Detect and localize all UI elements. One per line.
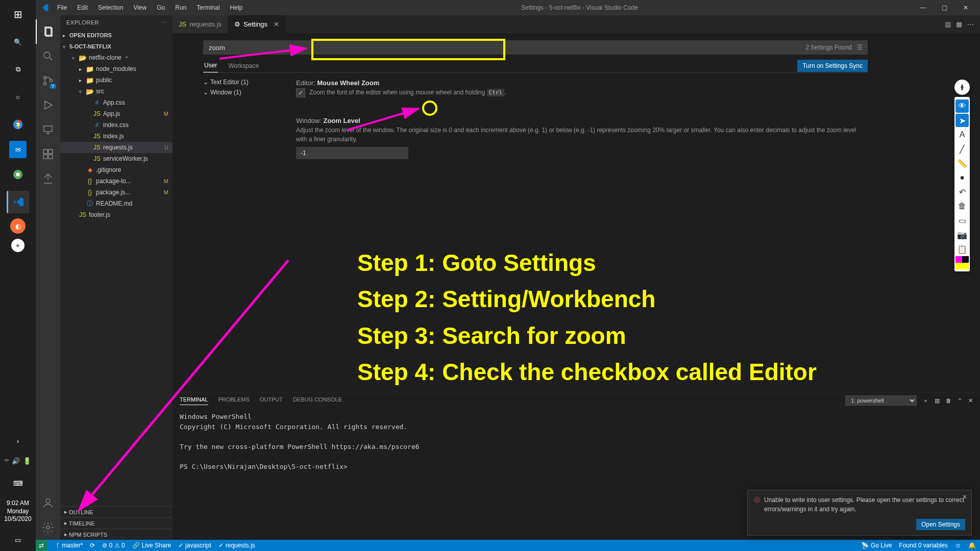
sync-status[interactable]: ⟳ — [90, 542, 95, 549]
kill-terminal-icon[interactable]: 🗑 — [946, 397, 951, 404]
cortana-icon[interactable]: ○ — [7, 86, 29, 108]
menu-go[interactable]: Go — [153, 2, 169, 13]
keyboard-icon[interactable]: ⌨ — [7, 472, 29, 494]
vscode-icon[interactable] — [7, 191, 29, 213]
go-live-button[interactable]: 📡 Go Live — [861, 542, 892, 549]
toast-close-icon[interactable]: ✕ — [962, 493, 967, 500]
open-settings-button[interactable]: Open Settings — [916, 519, 965, 530]
filter-icon[interactable]: ☰ — [857, 44, 863, 51]
tree-item[interactable]: JSindex.js — [60, 131, 173, 142]
variables-status[interactable]: Found 0 variables — [899, 542, 947, 549]
tree-item[interactable]: #App.css — [60, 97, 173, 108]
settings-sync-button[interactable]: Turn on Settings Sync — [797, 60, 868, 72]
panel-tab-problems[interactable]: PROBLEMS — [218, 396, 250, 405]
chrome-icon[interactable] — [7, 113, 29, 136]
layout-icon[interactable]: ▦ — [956, 20, 962, 28]
menu-help[interactable]: Help — [226, 2, 247, 13]
location-icon[interactable]: ⌖ — [11, 239, 24, 252]
tab-requests[interactable]: JS requests.js — [173, 15, 228, 33]
taskbar-clock[interactable]: 9:02 AM Monday 10/5/2020 — [4, 499, 31, 523]
tree-item[interactable]: #index.css — [60, 119, 173, 131]
settings-search-input[interactable] — [203, 40, 868, 55]
tree-item[interactable]: {}package.js...M — [60, 187, 173, 198]
tree-item[interactable]: {}package-lo...M — [60, 176, 173, 187]
settings-gear-icon[interactable] — [36, 515, 60, 540]
active-file[interactable]: ✓ requests.js — [218, 542, 255, 549]
more-actions-icon[interactable]: ⋯ — [967, 20, 974, 28]
settings-tree-text-editor[interactable]: ⌄Text Editor (1) — [203, 77, 280, 87]
extensions-icon[interactable] — [36, 142, 60, 166]
feedback-icon[interactable]: ☺ — [955, 542, 961, 549]
screenshot-icon[interactable]: 📷 — [955, 228, 969, 241]
color-palette[interactable] — [955, 256, 969, 269]
remote-indicator[interactable]: ⇄ — [36, 540, 47, 551]
root-folder[interactable]: ▿5-OCT-NETFLIX — [60, 41, 173, 52]
whiteboard-icon[interactable]: ▭ — [955, 214, 969, 227]
close-icon[interactable]: ✕ — [955, 1, 976, 15]
live-share-icon[interactable] — [36, 166, 60, 191]
ruler-tool-icon[interactable]: 📏 — [955, 157, 969, 170]
explorer-icon[interactable] — [36, 19, 60, 44]
terminal-shell-select[interactable]: 1: powershell — [845, 395, 917, 406]
run-debug-icon[interactable] — [36, 93, 60, 117]
cursor-tool-icon[interactable]: 👁 — [955, 99, 969, 113]
git-branch[interactable]: ᚶ master* — [56, 542, 83, 549]
npm-scripts-section[interactable]: ▸ NPM SCRIPTS — [60, 529, 173, 540]
postman-icon[interactable]: ◐ — [10, 218, 26, 234]
menu-selection[interactable]: Selection — [94, 2, 127, 13]
expand-icon[interactable]: › — [7, 430, 29, 452]
tree-item[interactable]: ▸📁public — [60, 74, 173, 86]
search-activity-icon[interactable] — [36, 44, 60, 68]
undo-icon[interactable]: ↶ — [955, 185, 969, 198]
mouse-wheel-zoom-checkbox[interactable]: ✓ — [296, 88, 305, 97]
timeline-section[interactable]: ▸ TIMELINE — [60, 517, 173, 529]
minimize-icon[interactable]: — — [913, 1, 933, 15]
panel-tab-debug[interactable]: DEBUG CONSOLE — [293, 396, 342, 405]
volume-icon[interactable]: 🔊 — [12, 457, 20, 465]
language-mode[interactable]: ✓ javascript — [178, 542, 211, 549]
tab-close-icon[interactable]: ✕ — [274, 20, 279, 28]
outline-section[interactable]: ▸ OUTLINE — [60, 506, 173, 517]
wifi-icon[interactable]: ⌔ — [5, 457, 9, 465]
tree-item[interactable]: JSApp.jsM — [60, 108, 173, 119]
epic-pen-logo-icon[interactable] — [954, 80, 970, 95]
scope-workspace[interactable]: Workspace — [227, 59, 260, 72]
remote-explorer-icon[interactable] — [36, 117, 60, 142]
menu-edit[interactable]: Edit — [73, 2, 92, 13]
split-editor-icon[interactable]: ▥ — [945, 20, 951, 28]
notifications-icon[interactable]: ▭ — [7, 529, 29, 551]
brush-size-icon[interactable]: ● — [955, 171, 969, 184]
notifications-bell-icon[interactable]: 🔔 — [968, 542, 976, 549]
line-tool-icon[interactable]: ╱ — [955, 142, 969, 156]
menu-run[interactable]: Run — [171, 2, 190, 13]
accounts-icon[interactable] — [36, 491, 60, 515]
maximize-icon[interactable]: ▢ — [934, 1, 954, 15]
text-tool-icon[interactable]: A — [955, 128, 969, 141]
tree-item[interactable]: JSserviceWorker.js — [60, 153, 173, 164]
chrome-alt-icon[interactable] — [7, 163, 29, 186]
tree-item[interactable]: ▿📂src — [60, 86, 173, 97]
split-terminal-icon[interactable]: ▥ — [935, 397, 940, 404]
scope-user[interactable]: User — [203, 59, 218, 72]
panel-tab-output[interactable]: OUTPUT — [260, 396, 283, 405]
maximize-panel-icon[interactable]: ⌃ — [958, 397, 962, 404]
tree-item[interactable]: JSfooter.js — [60, 209, 173, 220]
live-share-status[interactable]: 🔗 Live Share — [132, 542, 171, 549]
battery-icon[interactable]: 🔋 — [23, 457, 31, 465]
task-view-icon[interactable]: ⧉ — [7, 58, 29, 81]
tree-item[interactable]: ▿📂netflix-clone• — [60, 52, 173, 63]
search-icon[interactable]: 🔍 — [7, 31, 29, 53]
mail-icon[interactable]: ✉ — [9, 141, 27, 158]
tab-settings[interactable]: ⚙ Settings ✕ — [228, 15, 286, 33]
tree-item[interactable]: ▸📁node_modules — [60, 63, 173, 74]
new-terminal-icon[interactable]: ＋ — [923, 397, 928, 405]
problems-count[interactable]: ⊘ 0 ⚠ 0 — [102, 542, 125, 549]
open-editors-section[interactable]: ▸OPEN EDITORS — [60, 30, 173, 41]
tree-item[interactable]: ⓘREADME.md — [60, 198, 173, 209]
more-icon[interactable]: ⋯ — [161, 19, 167, 26]
pointer-tool-icon[interactable]: ➤ — [955, 114, 969, 127]
settings-tree-window[interactable]: ⌄Window (1) — [203, 87, 280, 97]
zoom-level-input[interactable] — [296, 147, 408, 159]
panel-tab-terminal[interactable]: TERMINAL — [180, 396, 208, 405]
menu-terminal[interactable]: Terminal — [192, 2, 224, 13]
